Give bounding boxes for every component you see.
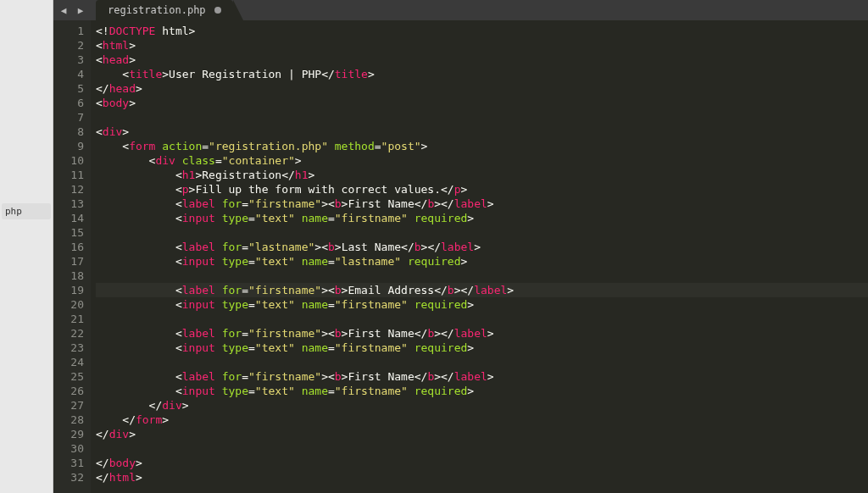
line-number: 1 — [53, 24, 84, 38]
code-line[interactable]: <div> — [96, 125, 868, 139]
line-number: 23 — [53, 341, 84, 355]
code-line[interactable]: <input type="text" name="firstname" requ… — [96, 341, 868, 355]
line-number: 9 — [53, 139, 84, 153]
code-line[interactable]: </html> — [96, 470, 868, 485]
code-line[interactable]: <label for="firstname"><b>First Name</b>… — [96, 326, 868, 341]
line-number: 20 — [53, 297, 84, 312]
code-content[interactable]: <!DOCTYPE html><html><head> <title>User … — [91, 20, 868, 493]
code-line[interactable]: <input type="text" name="lastname" requi… — [96, 254, 868, 269]
app-root: php ◀ ▶ registration.php 123456789101112… — [0, 0, 868, 493]
code-line[interactable]: </head> — [96, 81, 868, 96]
code-line[interactable]: <label for="firstname"><b>First Name</b>… — [96, 197, 868, 211]
line-number: 5 — [53, 81, 84, 96]
line-number: 10 — [53, 153, 84, 168]
line-number: 8 — [53, 125, 84, 139]
code-line[interactable]: <input type="text" name="firstname" requ… — [96, 211, 868, 225]
tab-registration[interactable]: registration.php — [96, 0, 233, 20]
code-line[interactable]: <input type="text" name="firstname" requ… — [96, 384, 868, 398]
code-line[interactable]: <input type="text" name="firstname" requ… — [96, 297, 868, 312]
code-line[interactable]: </body> — [96, 456, 868, 470]
line-number: 3 — [53, 53, 84, 67]
code-line[interactable]: </form> — [96, 413, 868, 427]
line-number: 31 — [53, 456, 84, 470]
code-line[interactable]: <title>User Registration | PHP</title> — [96, 67, 868, 81]
line-number: 11 — [53, 168, 84, 182]
line-number: 2 — [53, 38, 84, 53]
editor-area[interactable]: 1234567891011121314151617181920212223242… — [53, 20, 868, 493]
line-number: 26 — [53, 384, 84, 398]
line-number: 30 — [53, 441, 84, 456]
file-sidebar[interactable]: php — [0, 0, 53, 493]
line-number: 13 — [53, 197, 84, 211]
nav-back-icon[interactable]: ◀ — [57, 3, 70, 17]
code-line[interactable]: <h1>Registration</h1> — [96, 168, 868, 182]
code-line[interactable] — [96, 441, 868, 456]
code-line[interactable]: <div class="container"> — [96, 153, 868, 168]
code-line[interactable] — [96, 269, 868, 283]
code-line[interactable]: <!DOCTYPE html> — [96, 24, 868, 38]
tab-dirty-dot-icon — [214, 7, 221, 14]
line-number: 25 — [53, 369, 84, 384]
line-number: 29 — [53, 427, 84, 441]
line-number: 17 — [53, 254, 84, 269]
line-number: 15 — [53, 225, 84, 240]
code-line[interactable]: <p>Fill up the form with correct values.… — [96, 182, 868, 197]
line-number: 27 — [53, 398, 84, 413]
code-line[interactable]: <html> — [96, 38, 868, 53]
line-number: 24 — [53, 355, 84, 369]
code-line[interactable]: <label for="firstname"><b>Email Address<… — [96, 283, 868, 297]
code-line[interactable] — [96, 355, 868, 369]
code-line[interactable]: <head> — [96, 53, 868, 67]
line-number-gutter: 1234567891011121314151617181920212223242… — [53, 20, 91, 493]
code-line[interactable]: </div> — [96, 427, 868, 441]
code-line[interactable]: <body> — [96, 96, 868, 110]
line-number: 4 — [53, 67, 84, 81]
line-number: 18 — [53, 269, 84, 283]
line-number: 19 — [53, 283, 84, 297]
line-number: 12 — [53, 182, 84, 197]
code-line[interactable]: <label for="firstname"><b>First Name</b>… — [96, 369, 868, 384]
code-line[interactable]: </div> — [96, 398, 868, 413]
sidebar-file-label: php — [5, 206, 22, 217]
code-line[interactable]: <label for="lastname"><b>Last Name</b></… — [96, 240, 868, 254]
line-number: 7 — [53, 110, 84, 125]
code-line[interactable]: <form action="registration.php" method="… — [96, 139, 868, 153]
line-number: 28 — [53, 413, 84, 427]
line-number: 21 — [53, 312, 84, 326]
line-number: 16 — [53, 240, 84, 254]
sidebar-file-item[interactable]: php — [2, 203, 51, 219]
tab-filename: registration.php — [108, 4, 206, 16]
code-line[interactable] — [96, 110, 868, 125]
nav-forward-icon[interactable]: ▶ — [74, 3, 87, 17]
editor-main: ◀ ▶ registration.php 1234567891011121314… — [53, 0, 868, 493]
code-line[interactable] — [96, 312, 868, 326]
tab-bar: registration.php — [96, 0, 868, 20]
line-number: 32 — [53, 470, 84, 485]
line-number: 22 — [53, 326, 84, 341]
code-line[interactable] — [96, 225, 868, 240]
line-number: 14 — [53, 211, 84, 225]
line-number: 6 — [53, 96, 84, 110]
